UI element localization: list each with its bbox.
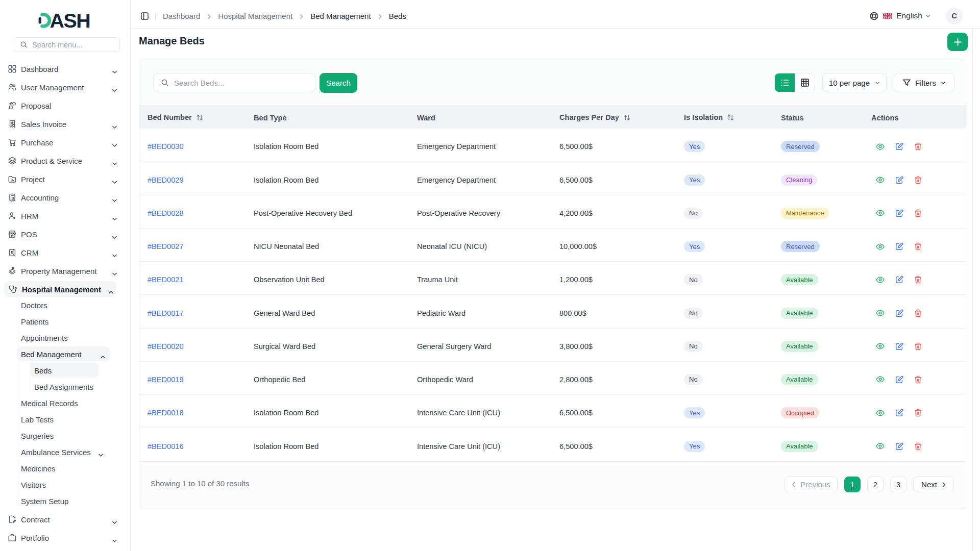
svg-text:ASH: ASH xyxy=(50,11,90,29)
